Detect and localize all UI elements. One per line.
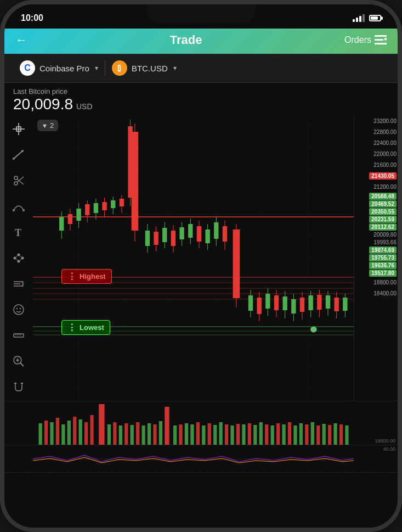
line-tool[interactable]: [9, 145, 29, 165]
svg-point-31: [14, 305, 24, 315]
svg-rect-190: [333, 423, 337, 445]
scissors-tool[interactable]: [9, 171, 29, 191]
svg-rect-155: [131, 425, 134, 445]
svg-rect-170: [219, 422, 223, 445]
exchange-selector[interactable]: C Coinbase Pro ▾: [13, 58, 105, 78]
price-number: 20,009.8: [13, 96, 73, 113]
svg-rect-148: [84, 422, 88, 445]
svg-rect-165: [190, 424, 194, 445]
price-tick-green: 20350.55: [369, 208, 397, 215]
svg-rect-163: [179, 424, 182, 445]
curve-tool[interactable]: [9, 197, 29, 216]
price-display: 20,009.8 USD: [13, 96, 389, 113]
magnet-tool[interactable]: [9, 377, 29, 396]
chart-area[interactable]: ▼ 2: [33, 115, 354, 401]
svg-rect-105: [188, 224, 192, 238]
text-tool[interactable]: T: [9, 223, 29, 242]
svg-rect-175: [248, 423, 251, 445]
price-axis: 23200.00 22800.00 22400.00 22000.00 2160…: [354, 115, 398, 401]
price-tick-green: 19874.69: [369, 247, 397, 254]
svg-rect-174: [242, 424, 245, 445]
chart-wrapper: T: [4, 115, 398, 401]
zoom-tool[interactable]: [9, 351, 29, 371]
svg-rect-150: [99, 404, 104, 445]
btc-logo: ₿: [112, 60, 127, 76]
price-currency: USD: [76, 102, 93, 111]
symbol-selector[interactable]: ₿ BTC.USD ▾: [105, 58, 183, 78]
svg-point-15: [13, 209, 15, 211]
svg-rect-113: [223, 226, 227, 242]
nodes-tool[interactable]: [9, 249, 29, 268]
svg-rect-103: [179, 227, 184, 239]
svg-point-33: [20, 308, 21, 309]
svg-rect-140: [38, 423, 42, 445]
svg-rect-125: [282, 296, 287, 310]
svg-rect-144: [61, 424, 65, 445]
svg-rect-152: [113, 422, 116, 445]
svg-rect-183: [293, 425, 297, 445]
exchange-arrow: ▾: [95, 64, 98, 72]
svg-rect-117: [248, 295, 253, 311]
svg-point-73: [311, 327, 316, 332]
svg-rect-159: [153, 424, 156, 445]
svg-rect-115: [233, 229, 240, 298]
svg-rect-93: [128, 126, 132, 198]
svg-rect-85: [94, 203, 98, 213]
svg-rect-119: [257, 298, 261, 314]
svg-rect-143: [56, 418, 59, 445]
highest-label: ⋮ Highest: [61, 269, 112, 284]
svg-line-24: [19, 258, 22, 261]
page-title: Trade: [170, 33, 202, 47]
svg-rect-188: [322, 424, 326, 445]
svg-rect-91: [120, 199, 124, 206]
svg-rect-135: [326, 295, 330, 309]
crosshair-tool[interactable]: [9, 120, 29, 139]
svg-line-30: [22, 282, 24, 284]
symbol-name: BTC.USD: [132, 64, 168, 73]
svg-rect-151: [107, 424, 111, 445]
svg-rect-181: [282, 424, 285, 445]
svg-rect-157: [141, 425, 145, 445]
svg-line-25: [15, 258, 19, 261]
svg-rect-185: [305, 424, 308, 445]
back-button[interactable]: ←: [15, 33, 27, 47]
svg-rect-123: [274, 295, 279, 310]
svg-point-9: [13, 158, 15, 160]
orders-button[interactable]: Orders: [344, 35, 387, 45]
layers-tool[interactable]: [9, 274, 29, 293]
svg-line-29: [22, 284, 24, 285]
svg-rect-127: [291, 299, 296, 313]
current-price-label: 21430.05: [369, 172, 397, 180]
svg-rect-191: [339, 424, 343, 445]
candlestick-chart: [33, 115, 354, 401]
price-tick-green: 20469.52: [369, 200, 397, 208]
svg-point-16: [22, 209, 25, 211]
svg-point-10: [21, 150, 24, 152]
svg-rect-0: [375, 35, 387, 37]
svg-rect-81: [76, 209, 81, 221]
exchange-name: Coinbase Pro: [39, 64, 89, 73]
price-tick: 22800.00: [373, 129, 397, 135]
ruler-tool[interactable]: [9, 326, 29, 345]
svg-rect-101: [171, 231, 175, 246]
svg-rect-154: [124, 423, 128, 445]
svg-line-23: [19, 255, 22, 258]
phone-notch: [146, 4, 256, 23]
emoji-tool[interactable]: [9, 300, 29, 319]
price-tick: 20009.80: [373, 232, 397, 238]
price-tick-green: 19517.80: [369, 270, 397, 277]
signal-icon: [353, 14, 365, 22]
price-tick: 21600.00: [373, 162, 397, 168]
svg-rect-131: [308, 295, 313, 310]
svg-rect-133: [317, 295, 321, 310]
battery-icon: [369, 15, 381, 21]
svg-rect-160: [159, 421, 162, 445]
svg-rect-111: [214, 222, 218, 239]
price-tick: 23200.00: [373, 118, 397, 124]
svg-rect-153: [119, 425, 122, 445]
svg-rect-109: [205, 229, 210, 243]
price-tick-green: 20588.48: [369, 193, 397, 200]
price-tick: 19993.66: [373, 239, 397, 245]
indicator-badge[interactable]: ▼ 2: [37, 120, 58, 131]
svg-rect-77: [59, 217, 64, 231]
